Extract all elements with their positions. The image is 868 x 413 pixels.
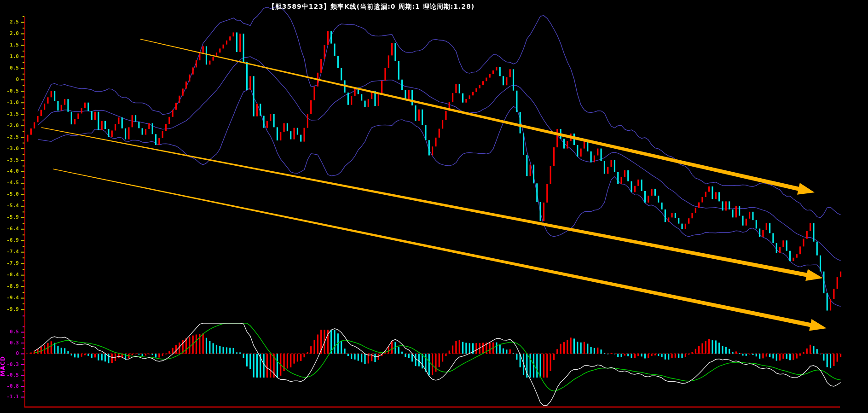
- main-axis-tick-label: 1.0: [0, 54, 19, 59]
- main-axis-tick-label: -3.5: [0, 157, 19, 163]
- main-axis-tick-label: -7.4: [0, 249, 19, 255]
- main-axis-tick-label: -9.4: [0, 295, 19, 301]
- main-axis-tick-label: -7.9: [0, 261, 19, 266]
- main-axis-tick-label: -1.0: [0, 100, 19, 105]
- main-axis-tick-label: -2.5: [0, 134, 19, 140]
- main-axis-tick-label: -4.5: [0, 180, 19, 186]
- title-bar: 【胆3589中123】频率K线(当前遗漏:0 周期:1 理论周期:1.28): [0, 0, 743, 14]
- main-axis-tick-label: -6.4: [0, 226, 19, 232]
- main-axis-tick-label: -1.5: [0, 111, 19, 117]
- main-axis-tick-label: -2.0: [0, 123, 19, 128]
- app-root: 【胆3589中123】频率K线(当前遗漏:0 周期:1 理论周期:1.28) 2…: [0, 0, 868, 413]
- main-axis-tick-label: -5.9: [0, 215, 19, 220]
- main-axis-tick-label: 0.5: [0, 65, 19, 71]
- main-axis-tick-label: -5.0: [0, 192, 19, 197]
- kline-chart-canvas[interactable]: [0, 0, 868, 413]
- main-axis-tick-label: 2.0: [0, 31, 19, 36]
- macd-panel-label: MACD: [0, 358, 6, 376]
- main-axis-tick-label: 0: [0, 77, 19, 82]
- main-axis-tick-label: -8.9: [0, 284, 19, 289]
- macd-axis-tick-label: 0.3: [0, 340, 19, 346]
- macd-axis-tick-label: 0.5: [0, 329, 19, 335]
- main-axis-tick-label: -9.9: [0, 307, 19, 312]
- main-axis-tick-label: -0.5: [0, 88, 19, 94]
- main-axis-tick-label: -5.4: [0, 203, 19, 209]
- main-axis-tick-label: -8.4: [0, 272, 19, 278]
- main-axis-tick-label: -3.0: [0, 146, 19, 151]
- chart-title: 【胆3589中123】频率K线(当前遗漏:0 周期:1 理论周期:1.28): [268, 3, 475, 11]
- macd-axis-tick-label: -1.1: [0, 394, 19, 400]
- main-axis-tick-label: -4.0: [0, 169, 19, 174]
- main-axis-tick-label: 2.5: [0, 19, 19, 25]
- macd-axis-tick-label: -0.8: [0, 384, 19, 389]
- main-axis-tick-label: 1.5: [0, 42, 19, 48]
- main-axis-tick-label: -6.9: [0, 238, 19, 243]
